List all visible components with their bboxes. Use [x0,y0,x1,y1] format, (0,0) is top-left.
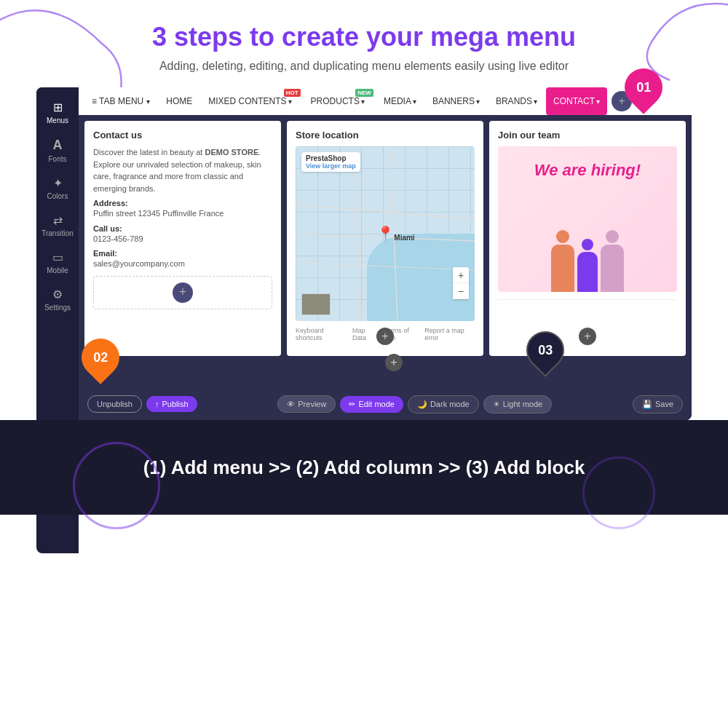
brands-label: BRANDS [496,96,532,106]
contact-dashed-box: + [93,276,272,309]
svg-line-2 [354,146,361,321]
menus-icon: ⊞ [53,100,63,114]
sidebar-label-transition: Transition [41,229,74,237]
light-mode-label: Light mode [503,400,542,408]
editor-nav: ≡ TAB MENU ▾ HOME MIXED CONTENTS HOT ▾ P… [79,87,692,115]
sidebar-label-settings: Settings [44,304,71,312]
chevron-down-icon3: ▾ [413,98,416,106]
products-nav-item[interactable]: PRODUCTS NEW ▾ [304,87,375,115]
fonts-icon: A [53,138,63,153]
edit-icon: ✏ [349,400,355,409]
new-badge: NEW [355,89,373,97]
tab-menu-item[interactable]: ≡ TAB MENU ▾ [84,87,157,115]
bottom-center: 👁 Preview ✏ Edit mode 🌙 Dark mode ☀ Ligh… [277,395,552,414]
hiring-text: We are hiring! [534,161,641,180]
contact-label: CONTACT [553,96,595,106]
map-zoom: + − [453,267,469,299]
map-label: PrestaShop View larger map [301,152,360,172]
sidebar-label-mobile: Mobile [47,266,68,274]
save-icon: 💾 [642,400,652,409]
dark-mode-label: Dark mode [430,400,470,408]
sidebar-item-fonts[interactable]: A Fonts [36,132,79,169]
edit-mode-button[interactable]: ✏ Edit mode [340,396,403,413]
unpublish-button[interactable]: Unpublish [87,395,142,413]
chevron-down-icon2: ▾ [361,98,365,106]
email-value: sales@yourcompany.com [93,258,272,270]
hiring-figures [551,245,624,292]
join-add-button[interactable]: + [579,328,596,345]
sidebar-item-transition[interactable]: ⇄ Transition [36,207,79,243]
mixed-contents-label: MIXED CONTENTS [208,96,286,106]
contact-nav-item[interactable]: CONTACT ▾ [546,87,607,115]
banners-nav-item[interactable]: BANNERS ▾ [425,87,487,115]
products-label: PRODUCTS [311,96,360,106]
contact-panel: Contact us Discover the latest in beauty… [84,121,281,356]
publish-label: Publish [162,400,188,408]
home-nav-item[interactable]: HOME [159,87,199,115]
map-pin: 📍 [376,225,395,242]
city-label: Miami [394,234,414,242]
phone-value: 0123-456-789 [93,233,272,245]
contact-intro: Discover the latest in beauty at DEMO ST… [93,146,272,194]
chevron-down-icon4: ▾ [476,98,480,106]
sidebar-label-fonts: Fonts [48,155,66,163]
contact-add-button[interactable]: + [173,282,193,303]
deco-circle-left [73,442,160,529]
preview-button[interactable]: 👁 Preview [277,395,336,413]
editor-wrapper: ⊞ Menus A Fonts ✦ Colors ⇄ Transition ▭ … [36,87,692,420]
join-panel: Join our team We are hiring! [489,121,686,356]
sidebar-item-menus[interactable]: ⊞ Menus [36,95,79,130]
hero-title: 3 steps to create your mega menu [44,22,684,52]
hiring-image: We are hiring! [498,146,677,292]
add-column-button[interactable]: + [385,354,403,371]
settings-icon: ⚙ [52,288,63,301]
save-button[interactable]: 💾 Save [633,395,683,414]
email-label: Email: [93,249,272,258]
publish-icon: ↑ [155,400,159,408]
chevron-down-icon5: ▾ [534,98,537,106]
chevron-down-icon: ▾ [288,98,292,106]
map-add-button[interactable]: + [376,328,394,345]
step1-label: 01 [636,80,651,95]
mixed-contents-nav-item[interactable]: MIXED CONTENTS HOT ▾ [201,87,301,115]
colors-icon: ✦ [53,176,63,190]
home-label: HOME [166,96,192,106]
sidebar-label-menus: Menus [47,116,68,124]
svg-line-4 [296,263,475,270]
deco-circle-right [582,456,655,529]
add-column-row: + [79,362,692,388]
sidebar-item-mobile[interactable]: ▭ Mobile [36,245,79,280]
step3-label: 03 [538,343,553,358]
zoom-in[interactable]: + [453,267,469,283]
preview-label: Preview [298,400,326,408]
sidebar-item-settings[interactable]: ⚙ Settings [36,282,79,317]
step2-label: 02 [93,350,108,365]
eye-icon: 👁 [287,400,295,408]
plus-icon: + [618,95,625,108]
keyboard-shortcuts: Keyboard shortcuts [296,327,347,341]
brands-nav-item[interactable]: BRANDS ▾ [488,87,545,115]
report-error: Report a map error [424,327,475,341]
transition-icon: ⇄ [53,213,63,227]
bottom-right: 💾 Save [633,395,683,414]
dark-mode-button[interactable]: 🌙 Dark mode [408,395,479,414]
edit-mode-label: Edit mode [358,400,395,408]
moon-icon: 🌙 [417,400,427,409]
bottom-left: Unpublish ↑ Publish [87,395,197,413]
hero-subtitle: Adding, deleting, editing, and duplicati… [44,60,684,73]
light-mode-button[interactable]: ☀ Light mode [483,395,552,414]
sidebar-label-colors: Colors [47,192,68,200]
publish-button[interactable]: ↑ Publish [146,396,197,412]
hero-section: 3 steps to create your mega menu Adding,… [0,0,728,87]
sidebar-item-colors[interactable]: ✦ Colors [36,170,79,206]
address-label: Address: [93,199,272,207]
banners-label: BANNERS [432,96,475,106]
chevron-icon: ▾ [146,98,150,106]
mobile-icon: ▭ [52,250,63,264]
map-thumbnail [301,293,331,315]
main-content: ≡ TAB MENU ▾ HOME MIXED CONTENTS HOT ▾ P… [79,87,692,420]
zoom-out[interactable]: − [453,283,469,299]
tab-menu-label: ≡ TAB MENU [92,96,143,106]
hot-badge: HOT [284,89,301,97]
media-nav-item[interactable]: MEDIA ▾ [376,87,424,115]
